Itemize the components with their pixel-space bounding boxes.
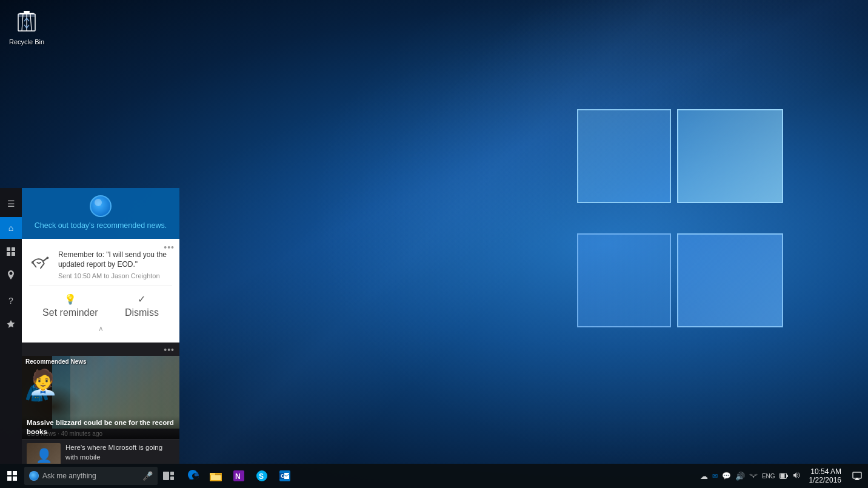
- set-reminder-button[interactable]: 💡 Set reminder: [33, 291, 108, 321]
- svg-text:O: O: [281, 473, 285, 479]
- dismiss-label: Dismiss: [125, 307, 159, 318]
- taskbar-pinned-apps: N S O: [179, 464, 298, 488]
- svg-point-11: [32, 261, 34, 264]
- onenote-app-button[interactable]: N: [228, 464, 250, 488]
- chevron-up-icon: ∧: [98, 324, 104, 333]
- svg-rect-33: [780, 473, 784, 478]
- task-view-button[interactable]: [158, 464, 179, 488]
- svg-rect-13: [7, 471, 12, 475]
- tray-volume-icon[interactable]: 🔊: [734, 472, 746, 481]
- svg-rect-16: [13, 476, 17, 481]
- svg-rect-14: [13, 471, 17, 475]
- news-section: ••• 🧥 Recommended News Massive blizzard …: [22, 343, 179, 464]
- news-hero-title: Massive blizzard could be one for the re…: [22, 416, 179, 439]
- tray-icons: ☁ ✉ 💬 🔊 ENG: [696, 471, 804, 481]
- dismiss-check-icon: ✓: [138, 293, 145, 305]
- reminder-more-button[interactable]: •••: [164, 242, 175, 252]
- svg-rect-19: [170, 476, 174, 480]
- tray-battery-icon[interactable]: [778, 472, 789, 481]
- action-center-button[interactable]: [846, 464, 868, 488]
- skype-app-button[interactable]: S: [251, 464, 273, 488]
- outlook-icon: O: [279, 470, 291, 482]
- sidebar-item-help[interactable]: ?: [0, 290, 22, 312]
- cortana-logo: [90, 195, 112, 217]
- sidebar: ☰ ⌂ ?: [0, 188, 22, 464]
- reminder-card: ••• Remember to: "I will send you the up…: [22, 239, 179, 343]
- search-text: Ask me anything: [42, 472, 96, 480]
- recycle-bin-icon: [15, 9, 39, 36]
- reminder-content: Remember to: "I will send you the update…: [29, 250, 172, 280]
- news-item-0[interactable]: Here's where Microsoft is going with mob…: [22, 439, 179, 464]
- svg-rect-10: [12, 252, 15, 256]
- tray-outlook-tray-icon[interactable]: ✉: [711, 472, 719, 480]
- svg-rect-18: [170, 472, 174, 475]
- svg-rect-32: [787, 475, 788, 477]
- edge-app-button[interactable]: [182, 464, 204, 488]
- tray-time: 10:54 AM: [810, 467, 841, 476]
- menu-icon: ☰: [7, 199, 15, 209]
- start-icon: [7, 471, 17, 481]
- reminder-text: Remember to: "I will send you the update…: [58, 250, 172, 270]
- recycle-bin-label: Recycle Bin: [9, 38, 44, 45]
- windows-logo: [577, 109, 783, 327]
- tray-skype-tray-icon[interactable]: 💬: [721, 472, 732, 480]
- tray-volume-speaker-icon[interactable]: [791, 471, 802, 481]
- tray-date: 1/22/2016: [809, 476, 841, 484]
- collapse-card-button[interactable]: ∧: [29, 321, 172, 336]
- feedback-icon: [6, 319, 16, 331]
- microphone-icon[interactable]: 🎤: [142, 471, 153, 481]
- sidebar-item-location[interactable]: [0, 266, 22, 287]
- svg-rect-6: [24, 11, 30, 13]
- news-item-0-thumb-img: [27, 443, 61, 464]
- interests-icon: [6, 247, 16, 258]
- dismiss-button[interactable]: ✓ Dismiss: [115, 291, 169, 321]
- help-icon: ?: [8, 296, 13, 306]
- file-explorer-icon: [210, 470, 222, 481]
- reminder-text-block: Remember to: "I will send you the update…: [58, 250, 172, 280]
- location-icon: [7, 270, 15, 283]
- tray-onedrive-icon[interactable]: ☁: [699, 472, 709, 481]
- cortana-panel: Check out today's recommended news. ••• …: [22, 188, 179, 464]
- svg-rect-15: [7, 476, 12, 481]
- home-icon: ⌂: [8, 223, 13, 233]
- start-button[interactable]: [0, 464, 24, 488]
- cortana-header: Check out today's recommended news.: [22, 188, 179, 239]
- action-center-icon: [852, 472, 862, 480]
- cortana-message: Check out today's recommended news.: [35, 221, 167, 232]
- news-item-0-content: Here's where Microsoft is going with mob…: [65, 443, 175, 464]
- tray-network-icon[interactable]: [748, 472, 759, 481]
- svg-rect-21: [210, 473, 215, 475]
- reminder-handshake-icon: [29, 250, 52, 277]
- news-section-header: •••: [22, 343, 179, 356]
- outlook-app-button[interactable]: O: [274, 464, 296, 488]
- taskbar-search[interactable]: Ask me anything 🎤: [24, 467, 158, 485]
- svg-rect-8: [12, 247, 15, 251]
- sidebar-item-feedback[interactable]: [0, 314, 22, 336]
- svg-rect-34: [853, 472, 861, 478]
- onenote-icon: N: [233, 470, 245, 482]
- reminder-sent: Sent 10:50 AM to Jason Creighton: [58, 272, 172, 279]
- system-tray: ☁ ✉ 💬 🔊 ENG: [696, 464, 868, 488]
- sidebar-item-interests[interactable]: [0, 241, 22, 263]
- svg-point-12: [47, 256, 49, 259]
- taskbar: Ask me anything 🎤: [0, 464, 868, 488]
- reminder-bulb-icon: 💡: [64, 293, 76, 305]
- sidebar-item-home[interactable]: ⌂: [0, 217, 22, 239]
- svg-text:S: S: [259, 472, 264, 481]
- skype-icon: S: [256, 470, 268, 482]
- task-view-icon: [163, 472, 174, 480]
- tray-datetime[interactable]: 10:54 AM 1/22/2016: [804, 467, 846, 484]
- cortana-search-icon: [29, 471, 39, 481]
- file-explorer-app-button[interactable]: [205, 464, 227, 488]
- svg-text:N: N: [235, 472, 241, 481]
- svg-rect-22: [211, 475, 221, 480]
- svg-rect-7: [7, 247, 10, 251]
- sidebar-item-menu[interactable]: ☰: [0, 193, 22, 215]
- recycle-bin[interactable]: Recycle Bin: [9, 9, 44, 45]
- set-reminder-label: Set reminder: [42, 307, 98, 318]
- news-hero-item[interactable]: 🧥 Recommended News Massive blizzard coul…: [22, 356, 179, 439]
- card-actions: 💡 Set reminder ✓ Dismiss: [29, 286, 172, 321]
- news-more-button[interactable]: •••: [164, 345, 175, 355]
- news-hero-category-label: Recommended News: [25, 358, 87, 365]
- tray-language-icon[interactable]: ENG: [761, 473, 776, 480]
